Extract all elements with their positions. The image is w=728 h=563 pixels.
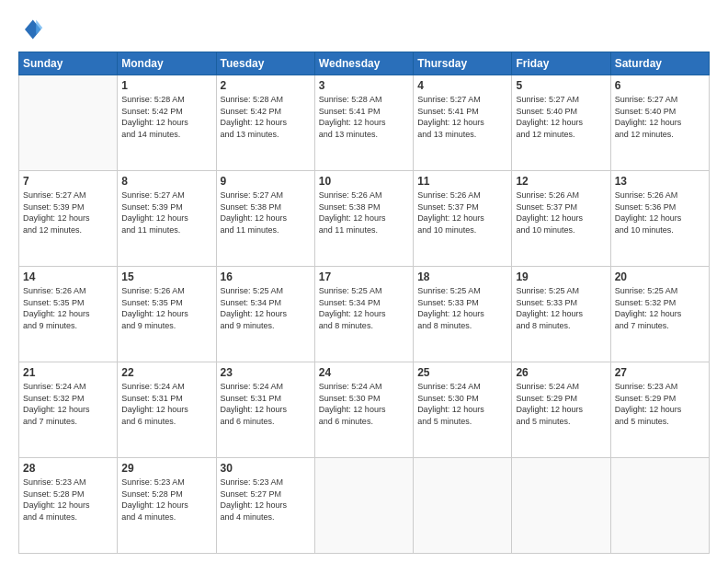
- day-info: Sunrise: 5:25 AM Sunset: 5:32 PM Dayligh…: [615, 285, 705, 331]
- day-number: 5: [516, 79, 606, 92]
- day-info: Sunrise: 5:27 AM Sunset: 5:39 PM Dayligh…: [121, 190, 211, 236]
- calendar-cell: 8Sunrise: 5:27 AM Sunset: 5:39 PM Daylig…: [118, 171, 216, 267]
- calendar-cell: [19, 75, 118, 171]
- svg-marker-1: [36, 20, 42, 35]
- calendar-cell: 9Sunrise: 5:27 AM Sunset: 5:38 PM Daylig…: [216, 171, 314, 267]
- day-number: 14: [23, 270, 113, 283]
- col-header-wednesday: Wednesday: [314, 52, 413, 75]
- day-number: 1: [121, 79, 211, 92]
- calendar-cell: 26Sunrise: 5:24 AM Sunset: 5:29 PM Dayli…: [512, 362, 610, 458]
- day-info: Sunrise: 5:27 AM Sunset: 5:41 PM Dayligh…: [417, 94, 507, 140]
- calendar-cell: 10Sunrise: 5:26 AM Sunset: 5:38 PM Dayli…: [314, 171, 413, 267]
- day-number: 19: [516, 270, 606, 283]
- calendar-week-1: 1Sunrise: 5:28 AM Sunset: 5:42 PM Daylig…: [19, 75, 710, 171]
- day-number: 28: [23, 462, 113, 475]
- day-info: Sunrise: 5:23 AM Sunset: 5:29 PM Dayligh…: [615, 381, 705, 427]
- day-number: 7: [23, 175, 113, 188]
- day-info: Sunrise: 5:25 AM Sunset: 5:34 PM Dayligh…: [319, 285, 409, 331]
- calendar-cell: 24Sunrise: 5:24 AM Sunset: 5:30 PM Dayli…: [314, 362, 413, 458]
- day-info: Sunrise: 5:24 AM Sunset: 5:31 PM Dayligh…: [121, 381, 211, 427]
- col-header-thursday: Thursday: [414, 52, 512, 75]
- calendar-cell: 25Sunrise: 5:24 AM Sunset: 5:30 PM Dayli…: [414, 362, 512, 458]
- day-number: 4: [417, 79, 507, 92]
- col-header-monday: Monday: [118, 52, 216, 75]
- logo: [18, 17, 48, 42]
- col-header-saturday: Saturday: [610, 52, 709, 75]
- day-info: Sunrise: 5:24 AM Sunset: 5:30 PM Dayligh…: [319, 381, 409, 427]
- calendar-cell: [314, 458, 413, 554]
- calendar-cell: [610, 458, 709, 554]
- day-number: 8: [121, 175, 211, 188]
- col-header-friday: Friday: [512, 52, 610, 75]
- calendar-week-4: 21Sunrise: 5:24 AM Sunset: 5:32 PM Dayli…: [19, 362, 710, 458]
- col-header-tuesday: Tuesday: [216, 52, 314, 75]
- calendar-cell: 27Sunrise: 5:23 AM Sunset: 5:29 PM Dayli…: [610, 362, 709, 458]
- calendar-cell: 23Sunrise: 5:24 AM Sunset: 5:31 PM Dayli…: [216, 362, 314, 458]
- day-number: 27: [615, 366, 705, 379]
- day-number: 16: [221, 270, 311, 283]
- day-info: Sunrise: 5:28 AM Sunset: 5:42 PM Dayligh…: [221, 94, 311, 140]
- day-number: 22: [121, 366, 211, 379]
- day-info: Sunrise: 5:24 AM Sunset: 5:31 PM Dayligh…: [221, 381, 311, 427]
- day-number: 24: [319, 366, 409, 379]
- calendar-cell: [512, 458, 610, 554]
- day-number: 13: [615, 175, 705, 188]
- day-info: Sunrise: 5:25 AM Sunset: 5:34 PM Dayligh…: [221, 285, 311, 331]
- day-number: 30: [221, 462, 311, 475]
- day-number: 10: [319, 175, 409, 188]
- day-number: 11: [417, 175, 507, 188]
- calendar-cell: 21Sunrise: 5:24 AM Sunset: 5:32 PM Dayli…: [19, 362, 118, 458]
- logo-icon: [18, 17, 44, 42]
- calendar-cell: 1Sunrise: 5:28 AM Sunset: 5:42 PM Daylig…: [118, 75, 216, 171]
- day-info: Sunrise: 5:26 AM Sunset: 5:37 PM Dayligh…: [417, 190, 507, 236]
- col-header-sunday: Sunday: [19, 52, 118, 75]
- calendar-cell: 12Sunrise: 5:26 AM Sunset: 5:37 PM Dayli…: [512, 171, 610, 267]
- day-number: 17: [319, 270, 409, 283]
- calendar-cell: 30Sunrise: 5:23 AM Sunset: 5:27 PM Dayli…: [216, 458, 314, 554]
- day-info: Sunrise: 5:27 AM Sunset: 5:40 PM Dayligh…: [615, 94, 705, 140]
- calendar-week-5: 28Sunrise: 5:23 AM Sunset: 5:28 PM Dayli…: [19, 458, 710, 554]
- day-info: Sunrise: 5:25 AM Sunset: 5:33 PM Dayligh…: [516, 285, 606, 331]
- day-number: 25: [417, 366, 507, 379]
- day-info: Sunrise: 5:23 AM Sunset: 5:28 PM Dayligh…: [121, 477, 211, 523]
- day-info: Sunrise: 5:27 AM Sunset: 5:40 PM Dayligh…: [516, 94, 606, 140]
- day-info: Sunrise: 5:24 AM Sunset: 5:30 PM Dayligh…: [417, 381, 507, 427]
- header: [18, 17, 710, 42]
- calendar-cell: 2Sunrise: 5:28 AM Sunset: 5:42 PM Daylig…: [216, 75, 314, 171]
- calendar-cell: 6Sunrise: 5:27 AM Sunset: 5:40 PM Daylig…: [610, 75, 709, 171]
- calendar-cell: 15Sunrise: 5:26 AM Sunset: 5:35 PM Dayli…: [118, 267, 216, 362]
- day-number: 12: [516, 175, 606, 188]
- calendar-cell: [414, 458, 512, 554]
- day-info: Sunrise: 5:23 AM Sunset: 5:27 PM Dayligh…: [221, 477, 311, 523]
- calendar-cell: 14Sunrise: 5:26 AM Sunset: 5:35 PM Dayli…: [19, 267, 118, 362]
- day-info: Sunrise: 5:24 AM Sunset: 5:29 PM Dayligh…: [516, 381, 606, 427]
- calendar-cell: 3Sunrise: 5:28 AM Sunset: 5:41 PM Daylig…: [314, 75, 413, 171]
- calendar-week-3: 14Sunrise: 5:26 AM Sunset: 5:35 PM Dayli…: [19, 267, 710, 362]
- calendar-cell: 20Sunrise: 5:25 AM Sunset: 5:32 PM Dayli…: [610, 267, 709, 362]
- day-info: Sunrise: 5:28 AM Sunset: 5:42 PM Dayligh…: [121, 94, 211, 140]
- day-number: 21: [23, 366, 113, 379]
- calendar-header-row: SundayMondayTuesdayWednesdayThursdayFrid…: [19, 52, 710, 75]
- day-info: Sunrise: 5:24 AM Sunset: 5:32 PM Dayligh…: [23, 381, 113, 427]
- day-info: Sunrise: 5:26 AM Sunset: 5:38 PM Dayligh…: [319, 190, 409, 236]
- calendar-cell: 29Sunrise: 5:23 AM Sunset: 5:28 PM Dayli…: [118, 458, 216, 554]
- day-number: 6: [615, 79, 705, 92]
- day-info: Sunrise: 5:27 AM Sunset: 5:38 PM Dayligh…: [221, 190, 311, 236]
- calendar-week-2: 7Sunrise: 5:27 AM Sunset: 5:39 PM Daylig…: [19, 171, 710, 267]
- day-number: 20: [615, 270, 705, 283]
- day-number: 15: [121, 270, 211, 283]
- day-number: 2: [221, 79, 311, 92]
- calendar-cell: 28Sunrise: 5:23 AM Sunset: 5:28 PM Dayli…: [19, 458, 118, 554]
- calendar-table: SundayMondayTuesdayWednesdayThursdayFrid…: [18, 52, 710, 554]
- day-info: Sunrise: 5:26 AM Sunset: 5:35 PM Dayligh…: [23, 285, 113, 331]
- day-info: Sunrise: 5:25 AM Sunset: 5:33 PM Dayligh…: [417, 285, 507, 331]
- calendar-cell: 13Sunrise: 5:26 AM Sunset: 5:36 PM Dayli…: [610, 171, 709, 267]
- calendar-cell: 17Sunrise: 5:25 AM Sunset: 5:34 PM Dayli…: [314, 267, 413, 362]
- day-number: 18: [417, 270, 507, 283]
- day-info: Sunrise: 5:26 AM Sunset: 5:37 PM Dayligh…: [516, 190, 606, 236]
- day-number: 9: [221, 175, 311, 188]
- calendar-cell: 22Sunrise: 5:24 AM Sunset: 5:31 PM Dayli…: [118, 362, 216, 458]
- calendar-cell: 18Sunrise: 5:25 AM Sunset: 5:33 PM Dayli…: [414, 267, 512, 362]
- calendar-cell: 16Sunrise: 5:25 AM Sunset: 5:34 PM Dayli…: [216, 267, 314, 362]
- calendar-cell: 19Sunrise: 5:25 AM Sunset: 5:33 PM Dayli…: [512, 267, 610, 362]
